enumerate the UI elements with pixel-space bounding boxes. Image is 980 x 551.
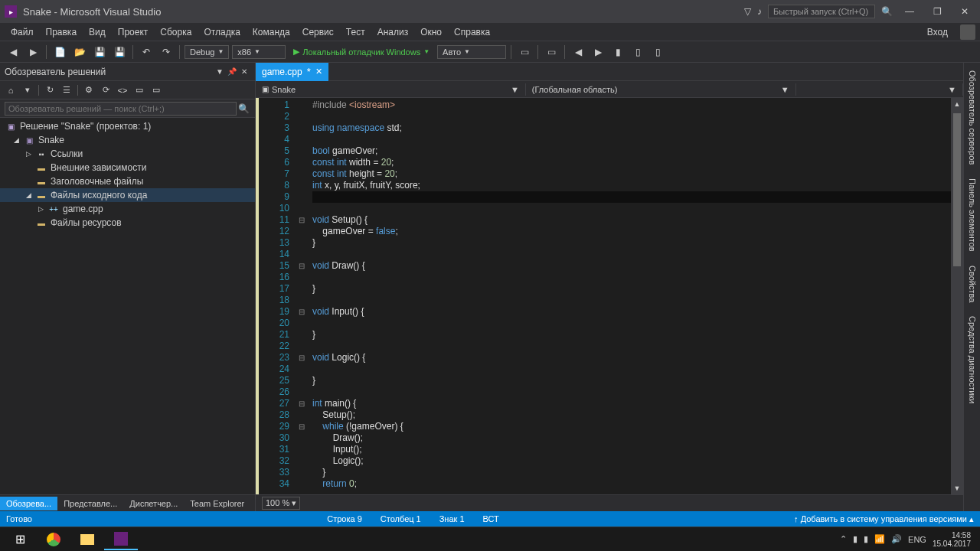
start-button[interactable]: ⊞ [3,529,37,550]
menu-item[interactable]: Вид [83,24,112,40]
right-panel-tab[interactable]: Свойства [966,261,978,307]
member-context-dropdown[interactable]: ▼ [796,83,963,96]
search-icon[interactable]: 🔍 [237,102,250,116]
menu-item[interactable]: Правка [40,24,83,40]
source-node[interactable]: ◢ ▬ Файлы исходного кода [0,188,255,202]
menu-item[interactable]: Отладка [198,24,246,40]
undo-button[interactable]: ↶ [138,44,155,60]
tray-chevron-icon[interactable]: ⌃ [840,534,847,544]
zoom-dropdown[interactable]: 100 % ▾ [262,497,300,510]
fold-column[interactable]: ⊟ ⊟ ⊟ ⊟ ⊟ ⊟ [296,98,308,494]
code-text[interactable]: #include <iostream> using namespace std;… [308,98,963,494]
code-icon[interactable]: <> [115,83,130,98]
login-button[interactable]: Вход [920,24,956,40]
scroll-down-icon[interactable]: ▼ [951,482,963,494]
references-node[interactable]: ▷ ▪▪ Ссылки [0,147,255,161]
pin-icon[interactable]: 📌 [226,66,238,78]
source-control-button[interactable]: ↑ Добавить в систему управления версиями… [794,514,974,524]
right-panel-tab[interactable]: Средства диагностики [966,311,978,408]
dropdown-icon[interactable]: ▼ [214,66,226,78]
platform-dropdown[interactable]: x86▼ [232,45,286,59]
scroll-thumb[interactable] [953,113,961,266]
outdent-button[interactable]: ◀ [570,44,586,60]
resources-node[interactable]: ▬ Файлы ресурсов [0,216,255,230]
search-icon[interactable]: 🔍 [881,6,893,17]
toolbar-icon-2[interactable]: ▭ [543,44,560,60]
bottom-tab[interactable]: Диспетчер... [123,497,184,510]
solution-search-input[interactable] [5,102,237,116]
home-icon[interactable]: ⌂ [3,83,18,98]
filter-icon[interactable]: ▽ [744,6,751,17]
status-line: Строка 9 [327,514,362,523]
start-debug-button[interactable]: ▶ Локальный отладчик Windows ▼ [289,45,434,58]
right-panel-tab[interactable]: Панель элементов [966,174,978,256]
indent-button[interactable]: ▶ [590,44,606,60]
class-icon[interactable]: ▭ [149,83,164,98]
refresh-icon[interactable]: ⟳ [98,83,113,98]
menu-item[interactable]: Сборка [154,24,198,40]
close-tab-icon[interactable]: ✕ [315,67,322,77]
project-node[interactable]: ◢ ▣ Snake [0,133,255,147]
source-file-node[interactable]: ▷ ++ game.cpp [0,202,255,216]
back-button[interactable]: ◀ [5,44,21,60]
config-dropdown[interactable]: Debug▼ [185,45,229,59]
right-panel-tab[interactable]: Обозреватель серверов [966,66,978,169]
bottom-tab[interactable]: Team Explorer [184,497,250,510]
show-all-icon[interactable]: ☰ [59,83,74,98]
save-button[interactable]: 💾 [91,44,108,60]
bottom-tab[interactable]: Обозрева... [0,497,57,510]
tray-wifi-icon[interactable]: 📶 [874,534,885,544]
vertical-scrollbar[interactable]: ▲ ▼ [951,98,963,494]
menubar: ФайлПравкаВидПроектСборкаОтладкаКомандаС… [0,23,980,41]
file-tab-active[interactable]: game.cpp * ✕ [256,63,329,81]
file-tabs: game.cpp * ✕ [256,63,963,81]
solution-node[interactable]: ▣ Решение "Snake" (проектов: 1) [0,119,255,133]
redo-button[interactable]: ↷ [158,44,175,60]
avatar-icon[interactable] [960,24,975,40]
menu-item[interactable]: Сервис [296,24,340,40]
external-deps-node[interactable]: ▬ Внешние зависимости [0,161,255,174]
bottom-tab[interactable]: Представле... [57,497,123,510]
menu-item[interactable]: Проект [112,24,155,40]
menu-item[interactable]: Тест [340,24,371,40]
code-editor[interactable]: 1234567891011121314151617181920212223242… [256,98,963,494]
collapse-icon[interactable]: ▾ [20,83,35,98]
view-icon[interactable]: ▭ [132,83,147,98]
properties-icon[interactable]: ⚙ [81,83,96,98]
scroll-up-icon[interactable]: ▲ [951,98,963,110]
menu-item[interactable]: Команда [247,24,296,40]
menu-item[interactable]: Окно [414,24,448,40]
toolbar-icon-6[interactable]: ▯ [649,44,666,60]
toolbar-icon-1[interactable]: ▭ [516,44,533,60]
open-file-button[interactable]: 📂 [71,44,88,60]
vs-taskbar-icon[interactable] [104,529,138,550]
close-panel-icon[interactable]: ✕ [238,66,250,78]
tray-lang[interactable]: ENG [908,535,926,544]
project-context-dropdown[interactable]: ▣ Snake ▼ [256,83,526,96]
taskbar-clock[interactable]: 14:58 15.04.2017 [933,531,971,548]
minimize-button[interactable]: — [899,4,920,19]
tray-battery-icon[interactable]: ▮ [853,534,858,544]
menu-item[interactable]: Справка [448,24,496,40]
menu-item[interactable]: Анализ [371,24,415,40]
mode-dropdown[interactable]: Авто▼ [437,45,506,59]
tray-volume-icon[interactable]: 🔊 [891,534,902,544]
notification-icon[interactable]: ♪ [757,6,762,17]
forward-button[interactable]: ▶ [24,44,41,60]
save-all-button[interactable]: 💾 [111,44,128,60]
headers-node[interactable]: ▬ Заголовочные файлы [0,174,255,188]
close-button[interactable]: ✕ [954,4,975,19]
quick-launch-input[interactable]: Быстрый запуск (Ctrl+Q) [768,5,875,18]
chrome-taskbar-icon[interactable] [37,529,70,550]
menu-item[interactable]: Файл [5,24,40,40]
toolbar-icon-5[interactable]: ▯ [629,44,646,60]
tray-network-icon[interactable]: ▮ [864,534,868,544]
explorer-taskbar-icon[interactable] [70,529,104,550]
scope-context-dropdown[interactable]: (Глобальная область) ▼ [526,83,796,96]
system-tray[interactable]: ⌃ ▮ ▮ 📶 🔊 ENG 14:58 15.04.2017 [834,531,977,548]
new-project-button[interactable]: 📄 [51,44,68,60]
folder-icon: ▬ [35,162,47,173]
bookmark-button[interactable]: ▮ [609,44,626,60]
maximize-button[interactable]: ❐ [926,4,948,19]
sync-icon[interactable]: ↻ [42,83,57,98]
